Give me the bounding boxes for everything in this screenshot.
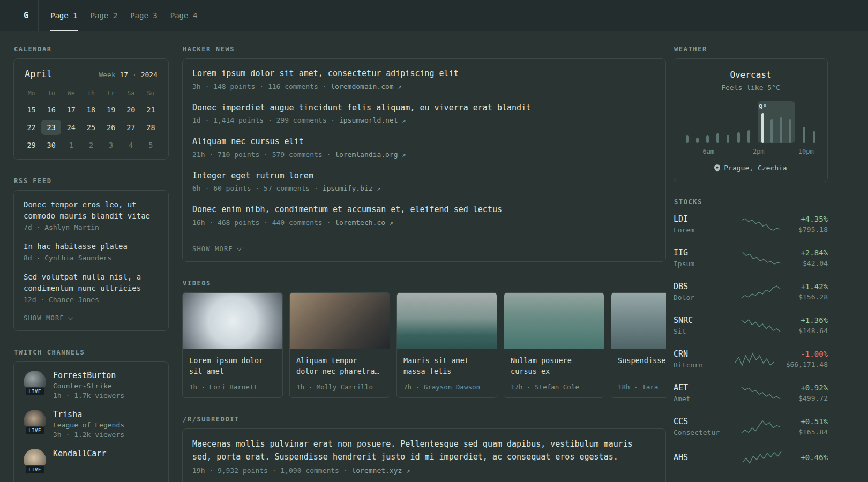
stock-symbol: AET — [674, 383, 723, 393]
tab-page-1[interactable]: Page 1 — [44, 0, 84, 31]
stock-name: Dolor — [674, 293, 723, 302]
news-item-meta: 3h · 148 points · 116 comments · loremdo… — [192, 82, 656, 91]
news-domain-link[interactable]: loremtech.co — [335, 219, 385, 227]
weather-feels-like: Feels like 5°C — [685, 84, 817, 92]
video-card[interactable]: Lorem ipsum dolor sit amet consectetu… 1… — [182, 292, 283, 398]
news-item-link[interactable]: Donec enim nibh, condimentum et accumsan… — [192, 204, 656, 216]
news-domain-link[interactable]: loremdomain.com — [331, 82, 393, 91]
app-logo[interactable]: G — [14, 0, 39, 31]
reddit-post-link[interactable]: Maecenas mollis pulvinar erat non posuer… — [192, 438, 656, 464]
twitch-card: LIVE ForrestBurton Counter-Strike 1h · 1… — [13, 362, 169, 482]
calendar-widget: CALENDAR April Week 17 · 2024 Mo Tu — [13, 46, 169, 160]
stock-name: Bitcorn — [674, 361, 723, 369]
channel-name[interactable]: Trisha — [53, 410, 124, 419]
videos-title: VIDEOS — [183, 280, 666, 287]
calendar-header: April Week 17 · 2024 — [21, 66, 161, 82]
stock-change: +1.42% — [798, 282, 828, 291]
news-item: Aliquam nec cursus elit 21h · 710 points… — [192, 135, 656, 159]
news-domain-link[interactable]: ipsumworld.net — [339, 116, 398, 124]
calendar-day: 25 — [81, 120, 101, 135]
video-card[interactable]: Mauris sit amet massa felis 7h · Grayson… — [396, 292, 497, 398]
stock-symbol: CCS — [674, 417, 723, 426]
stock-row[interactable]: LDI Lorem +4.35% $795.18 — [674, 214, 828, 234]
rss-title: RSS FEED — [14, 177, 169, 185]
videos-widget: VIDEOS Lorem ipsum dolor sit amet consec… — [182, 280, 666, 398]
stock-id: LDI Lorem — [674, 214, 723, 234]
tab-page-4[interactable]: Page 4 — [164, 0, 204, 31]
reddit-domain-link[interactable]: loremnet.xyz — [351, 466, 402, 475]
stock-row[interactable]: AET Amet +0.92% $499.72 — [674, 383, 828, 403]
weather-bar — [780, 117, 782, 143]
video-meta: 18h · Tara — [618, 383, 666, 391]
weather-current-band: 9° — [758, 101, 795, 143]
calendar-month: April — [25, 69, 52, 79]
channel-name[interactable]: KendallCarr — [53, 449, 106, 458]
external-link-icon: ↗ — [402, 117, 406, 124]
stock-symbol: CRN — [674, 349, 723, 359]
news-item-link[interactable]: Aliquam nec cursus elit — [192, 135, 656, 148]
rss-item-meta: 7d · Ashlyn Martin — [24, 223, 159, 231]
tab-page-3[interactable]: Page 3 — [124, 0, 164, 31]
news-meta-text: 16h · 468 points · 440 comments · — [192, 219, 331, 227]
video-card[interactable]: Suspendisse diam 18h · Tara — [611, 292, 666, 398]
rss-item-meta: 12d · Chance Jones — [24, 296, 159, 304]
weather-bar-chart: 9° — [685, 101, 817, 143]
news-item-link[interactable]: Integer eget rutrum lorem — [192, 170, 656, 182]
weather-title: WEATHER — [674, 46, 828, 53]
channel-name[interactable]: ForrestBurton — [53, 371, 124, 380]
stock-row[interactable]: IIG Ipsum +2.84% $42.04 — [674, 248, 828, 268]
hacker-news-card: Lorem ipsum dolor sit amet, consectetur … — [182, 58, 666, 262]
news-item-meta: 21h · 710 points · 579 comments · loreml… — [192, 150, 656, 159]
stock-values: +1.36% $148.64 — [798, 316, 828, 335]
stocks-title: STOCKS — [674, 198, 828, 206]
stocks-list: LDI Lorem +4.35% $795.18 IIG Ipsum — [674, 214, 828, 464]
weather-bar — [706, 135, 709, 143]
channel-game: League of Legends — [53, 421, 124, 429]
rss-show-more-button[interactable]: SHOW MORE — [24, 314, 72, 322]
weather-bar — [737, 132, 740, 143]
video-info: Aliquam tempor dolor nec pharetra… 1h · … — [290, 349, 390, 397]
stock-symbol: IIG — [674, 248, 723, 258]
stock-change: +0.92% — [798, 383, 828, 392]
hacker-news-show-more-button[interactable]: SHOW MORE — [192, 245, 241, 253]
stock-values: +0.92% $499.72 — [798, 383, 828, 402]
video-card[interactable]: Aliquam tempor dolor nec pharetra… 1h · … — [289, 292, 390, 398]
news-item-meta: 6h · 60 points · 57 comments · ipsumify.… — [192, 184, 656, 192]
stock-row[interactable]: AHS +0.46% — [674, 450, 828, 464]
stock-price: $795.18 — [798, 225, 828, 234]
news-item-link[interactable]: Lorem ipsum dolor sit amet, consectetur … — [192, 67, 656, 80]
tab-page-2[interactable]: Page 2 — [84, 0, 124, 31]
stock-price: $148.64 — [798, 327, 828, 335]
stock-row[interactable]: CCS Consectetur +0.51% $165.84 — [674, 417, 828, 436]
news-domain-link[interactable]: loremlandia.org — [335, 150, 398, 159]
rss-item-link[interactable]: Donec tempor eros leo, ut commodo mauris… — [24, 199, 159, 222]
left-column: CALENDAR April Week 17 · 2024 Mo Tu — [13, 46, 169, 482]
video-thumbnail — [290, 293, 390, 349]
channel-avatar: LIVE — [24, 371, 46, 393]
external-link-icon: ↗ — [398, 83, 402, 91]
calendar-day: 28 — [141, 120, 161, 135]
stock-sparkline — [723, 386, 798, 400]
stock-row[interactable]: SNRC Sit +1.36% $148.64 — [674, 315, 828, 335]
news-domain-link[interactable]: ipsumify.biz — [323, 184, 373, 192]
page-tabs: Page 1 Page 2 Page 3 Page 4 — [44, 0, 204, 31]
rss-item-link[interactable]: In hac habitasse platea — [24, 241, 159, 252]
news-item-meta: 16h · 468 points · 440 comments · loremt… — [192, 219, 656, 227]
video-card[interactable]: Nullam posuere cursus ex 17h · Stefan Co… — [504, 292, 604, 398]
twitch-channel-row[interactable]: LIVE ForrestBurton Counter-Strike 1h · 1… — [24, 371, 159, 400]
calendar-weekday: Mo — [21, 87, 41, 100]
calendar-weekday: Fr — [101, 87, 121, 100]
stock-symbol: AHS — [674, 453, 723, 462]
rss-item: Donec tempor eros leo, ut commodo mauris… — [24, 199, 159, 231]
stock-row[interactable]: CRN Bitcorn -1.00% $66,171.48 — [674, 349, 828, 369]
stock-row[interactable]: DBS Dolor +1.42% $156.28 — [674, 282, 828, 302]
twitch-channel-row[interactable]: LIVE KendallCarr — [24, 449, 159, 471]
twitch-channel-row[interactable]: LIVE Trisha League of Legends 3h · 1.2k … — [24, 410, 159, 439]
rss-item-link[interactable]: Sed volutpat nulla nisl, a condimentum n… — [24, 272, 159, 294]
calendar-day-next-month: 1 — [61, 138, 81, 153]
weather-bar — [686, 135, 689, 143]
video-meta: 1h · Molly Carrillo — [296, 383, 383, 391]
stock-values: +1.42% $156.28 — [798, 282, 828, 301]
news-item-link[interactable]: Donec imperdiet augue tincidunt felis al… — [192, 102, 656, 114]
calendar-day: 19 — [101, 102, 121, 117]
